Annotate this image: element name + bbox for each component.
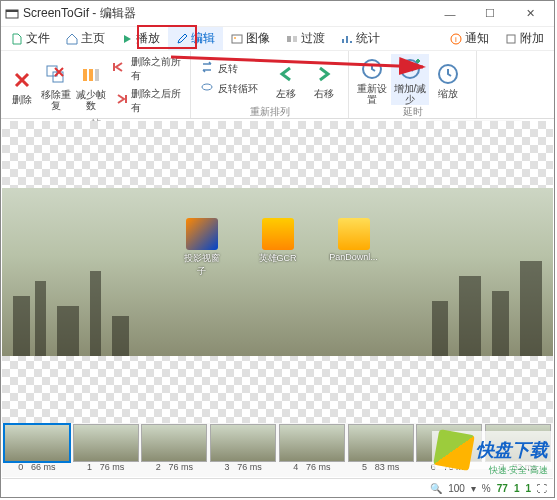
frame-sep: 1	[514, 483, 520, 494]
tab-file[interactable]: 文件	[3, 27, 58, 50]
group-label-reorder: 重新排列	[195, 105, 344, 117]
frame-thumb[interactable]: 4 76 ms	[278, 424, 346, 476]
move-left-button[interactable]: 左移	[267, 59, 305, 99]
desktop-icon-2: 英雄GCR	[256, 218, 300, 278]
tab-transition[interactable]: 过渡	[278, 27, 333, 50]
tab-play[interactable]: 播放	[113, 27, 168, 50]
tab-notify[interactable]: i通知	[442, 27, 497, 50]
desktop-icons: 投影视窗子 英雄GCR PanDownl...	[180, 218, 376, 278]
watermark-logo-icon	[433, 429, 475, 471]
watermark-text: 快盘下载	[476, 438, 548, 462]
clock-reset-icon	[359, 56, 385, 82]
ribbon: 删除 移除重复 减少帧数 删除之前所有 删除之后所有 帧	[1, 51, 554, 119]
svg-rect-1	[6, 10, 18, 12]
delete-icon	[9, 67, 35, 93]
remove-dup-button[interactable]: 移除重复	[39, 60, 73, 111]
clock-scale-icon	[435, 61, 461, 87]
remove-dup-icon	[43, 62, 69, 88]
svg-rect-5	[293, 36, 297, 42]
close-button[interactable]: ✕	[510, 1, 550, 27]
frame-current: 77	[497, 483, 508, 494]
svg-point-3	[234, 37, 236, 39]
frame-total: 1	[525, 483, 531, 494]
reduce-count-button[interactable]: 减少帧数	[73, 60, 107, 111]
desktop-icon-1: 投影视窗子	[180, 218, 224, 278]
loop-icon	[199, 81, 215, 97]
tab-home[interactable]: 主页	[58, 27, 113, 50]
watermark-sub: 快速·安全·高速	[489, 464, 548, 477]
zoom-pct: %	[482, 483, 491, 494]
reduce-icon	[78, 62, 104, 88]
svg-rect-11	[83, 69, 87, 81]
svg-rect-13	[95, 69, 99, 81]
tab-image[interactable]: 图像	[223, 27, 278, 50]
tab-edit[interactable]: 编辑	[168, 27, 223, 50]
inc-dec-button[interactable]: 增加/减少	[391, 54, 429, 105]
group-label-delay: 延时	[353, 105, 472, 117]
zoom-value: 100	[448, 483, 465, 494]
delete-before-button[interactable]: 删除之前所有	[108, 53, 186, 85]
svg-rect-4	[287, 36, 291, 42]
expand-icon[interactable]: ⛶	[537, 483, 547, 494]
tab-attach[interactable]: 附加	[497, 27, 552, 50]
minimize-button[interactable]: —	[430, 1, 470, 27]
arrow-right-icon	[311, 61, 337, 87]
svg-rect-8	[507, 35, 515, 43]
window-title: ScreenToGif - 编辑器	[23, 5, 136, 22]
status-bar: 🔍 100 ▾ % 77 1 1 ⛶	[2, 478, 553, 497]
scale-button[interactable]: 缩放	[429, 59, 467, 99]
title-bar: ScreenToGif - 编辑器 — ☐ ✕	[1, 1, 554, 27]
reverse-icon	[199, 61, 215, 77]
tab-stats[interactable]: 统计	[333, 27, 388, 50]
reset-button[interactable]: 重新设置	[353, 54, 391, 105]
frame-thumb[interactable]: 5 83 ms	[347, 424, 415, 476]
tab-bar: 文件 主页 播放 编辑 图像 过渡 统计 i通知 附加	[1, 27, 554, 51]
arrow-right-red-icon	[112, 93, 128, 109]
search-icon[interactable]: 🔍	[430, 483, 442, 494]
delete-button[interactable]: 删除	[5, 65, 39, 105]
frame-thumb[interactable]: 2 76 ms	[141, 424, 209, 476]
svg-text:i: i	[455, 35, 457, 44]
canvas-area: 投影视窗子 英雄GCR PanDownl...	[2, 121, 553, 423]
maximize-button[interactable]: ☐	[470, 1, 510, 27]
delete-after-button[interactable]: 删除之后所有	[108, 85, 186, 117]
arrow-left-red-icon	[112, 61, 128, 77]
reverse-button[interactable]: 反转	[195, 59, 267, 79]
frame-thumb[interactable]: 3 76 ms	[209, 424, 277, 476]
frame-thumb[interactable]: 0 66 ms	[3, 424, 71, 476]
frame-preview: 投影视窗子 英雄GCR PanDownl...	[2, 188, 553, 356]
clock-plus-icon	[397, 56, 423, 82]
svg-rect-12	[89, 69, 93, 81]
svg-rect-2	[232, 35, 242, 43]
move-right-button[interactable]: 右移	[305, 59, 343, 99]
app-icon	[5, 7, 19, 21]
frame-thumb[interactable]: 1 76 ms	[72, 424, 140, 476]
arrow-left-icon	[273, 61, 299, 87]
desktop-icon-3: PanDownl...	[332, 218, 376, 278]
loop-reverse-button[interactable]: 反转循环	[195, 79, 267, 99]
